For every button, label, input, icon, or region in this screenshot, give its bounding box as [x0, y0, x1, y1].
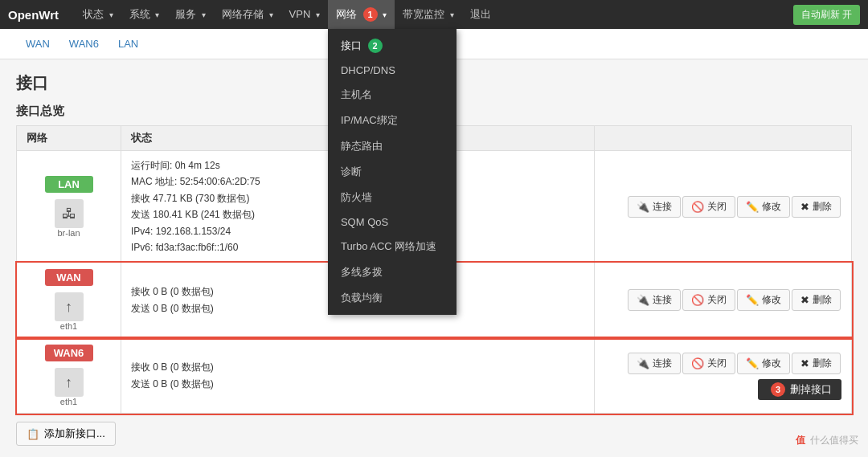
interface-badge: WAN6	[45, 345, 93, 361]
stop-button[interactable]: 🚫关闭	[682, 196, 735, 218]
tab-lan[interactable]: LAN	[108, 29, 148, 59]
interface-icon: ↑eth1	[27, 289, 111, 331]
device-icon: ↑	[55, 292, 84, 321]
service-arrow: ▾	[202, 10, 206, 19]
menu-sqm[interactable]: SQM QoS	[328, 210, 457, 234]
interface-name-cell: LAN🖧br-lan	[17, 151, 121, 263]
device-icon: ↑	[55, 368, 84, 397]
connect-button[interactable]: 🔌连接	[628, 289, 681, 311]
menu-firewall[interactable]: 防火墙	[328, 185, 457, 210]
edit-label: 修改	[762, 293, 781, 307]
tab-wan[interactable]: WAN	[16, 29, 59, 59]
interface-action-cell: 🔌连接🚫关闭✏️修改✖删除	[595, 151, 852, 263]
table-row: WAN6↑eth1接收 0 B (0 数据包)发送 0 B (0 数据包)🔌连接…	[17, 338, 852, 414]
interface-action-cell: 🔌连接🚫关闭✏️修改✖删除	[595, 263, 852, 338]
watermark-text: 什么值得买	[810, 434, 858, 447]
menu-loadbalance[interactable]: 负载均衡	[328, 285, 457, 311]
connect-icon: 🔌	[637, 294, 649, 306]
menu-turbo[interactable]: Turbo ACC 网络加速	[328, 234, 457, 259]
stop-button[interactable]: 🚫关闭	[682, 289, 735, 311]
nav-network-dropdown[interactable]: 网络 1 ▾ 接口 2 DHCP/DNS 主机名 IP/MAC绑定 静态路由 诊…	[328, 0, 395, 29]
device-name: eth1	[60, 397, 77, 406]
interface-name-cell: WAN↑eth1	[17, 263, 121, 338]
nav-service[interactable]: 服务 ▾	[167, 0, 214, 29]
delete-tooltip: 3删掉接口	[758, 379, 841, 400]
tab-wan6[interactable]: WAN6	[59, 29, 108, 59]
interface-action-cell: 🔌连接🚫关闭✏️修改✖删除3删掉接口	[595, 338, 852, 414]
watermark-logo: 值	[796, 434, 805, 447]
interface-badge: 2	[368, 39, 383, 53]
menu-diag[interactable]: 诊断	[328, 159, 457, 185]
network-arrow: ▾	[383, 10, 387, 19]
nav-vpn[interactable]: VPN ▾	[281, 0, 328, 29]
menu-multiline[interactable]: 多线多拨	[328, 259, 457, 285]
nav-network[interactable]: 网络 1 ▾	[328, 0, 395, 29]
col-network: 网络	[17, 126, 121, 151]
stop-icon: 🚫	[691, 294, 704, 306]
delete-button[interactable]: ✖删除	[792, 196, 841, 218]
connect-label: 连接	[653, 293, 672, 307]
edit-icon: ✏️	[746, 294, 759, 306]
network-badge: 1	[363, 7, 378, 22]
interface-badge: WAN	[45, 269, 93, 286]
navbar: OpenWrt 状态 ▾ 系统 ▾ 服务 ▾ 网络存储 ▾ VPN ▾ 网络 1…	[0, 0, 868, 29]
vpn-arrow: ▾	[316, 10, 320, 19]
nav-bandwidth[interactable]: 带宽监控 ▾	[395, 0, 462, 29]
interface-name-cell: WAN6↑eth1	[17, 338, 121, 414]
edit-label: 修改	[762, 200, 781, 214]
edit-button[interactable]: ✏️修改	[737, 289, 790, 311]
nav-logout[interactable]: 退出	[462, 0, 499, 29]
device-icon: 🖧	[55, 199, 84, 228]
connect-label: 连接	[653, 357, 672, 370]
connect-icon: 🔌	[637, 357, 649, 369]
storage-arrow: ▾	[269, 10, 273, 19]
add-interface-label: 添加新接口...	[44, 426, 105, 441]
delete-button[interactable]: ✖删除	[792, 353, 841, 374]
interface-icon: 🖧br-lan	[27, 196, 111, 238]
add-icon: 📋	[27, 428, 39, 440]
delete-label: 删除	[813, 293, 832, 307]
interface-icon: ↑eth1	[27, 365, 111, 406]
delete-button[interactable]: ✖删除	[792, 289, 841, 311]
interface-status-text: 接收 0 B (0 数据包)发送 0 B (0 数据包)	[131, 359, 584, 392]
stop-icon: 🚫	[691, 357, 704, 369]
connect-button[interactable]: 🔌连接	[628, 196, 681, 218]
edit-icon: ✏️	[746, 201, 759, 213]
connect-button[interactable]: 🔌连接	[628, 353, 681, 374]
delete-label: 删除	[813, 357, 832, 370]
connect-label: 连接	[653, 200, 672, 214]
delete-icon: ✖	[800, 357, 809, 369]
bandwidth-arrow: ▾	[450, 10, 454, 19]
menu-hostname[interactable]: 主机名	[328, 82, 457, 108]
add-interface-button[interactable]: 📋 添加新接口...	[16, 422, 116, 446]
stop-label: 关闭	[707, 293, 727, 307]
menu-staticroute[interactable]: 静态路由	[328, 133, 457, 159]
delete-tooltip-text: 删掉接口	[790, 382, 832, 397]
network-dropdown-menu: 接口 2 DHCP/DNS 主机名 IP/MAC绑定 静态路由 诊断 防火墙 S…	[328, 29, 457, 315]
stop-icon: 🚫	[691, 201, 704, 213]
navbar-right: 自动刷新 开	[793, 5, 860, 25]
menu-interface[interactable]: 接口 2	[328, 33, 457, 59]
auto-refresh-button[interactable]: 自动刷新 开	[793, 5, 860, 25]
nav-system[interactable]: 系统 ▾	[121, 0, 168, 29]
stop-label: 关闭	[707, 357, 727, 370]
menu-ipmac[interactable]: IP/MAC绑定	[328, 108, 457, 133]
nav-storage[interactable]: 网络存储 ▾	[214, 0, 281, 29]
stop-label: 关闭	[707, 200, 727, 214]
nav-status[interactable]: 状态 ▾	[75, 0, 121, 29]
device-name: br-lan	[57, 228, 80, 238]
status-line: 发送 0 B (0 数据包)	[131, 376, 584, 392]
delete-icon: ✖	[800, 294, 809, 306]
edit-button[interactable]: ✏️修改	[737, 196, 790, 218]
interface-status-cell: 接收 0 B (0 数据包)发送 0 B (0 数据包)	[121, 338, 595, 414]
watermark: 值 什么值得买	[796, 434, 858, 447]
delete-label: 删除	[813, 200, 832, 214]
stop-button[interactable]: 🚫关闭	[682, 353, 735, 374]
edit-icon: ✏️	[746, 357, 759, 369]
edit-button[interactable]: ✏️修改	[737, 353, 790, 374]
status-line: 接收 0 B (0 数据包)	[131, 359, 584, 375]
edit-label: 修改	[762, 357, 781, 370]
menu-dhcp[interactable]: DHCP/DNS	[328, 59, 457, 82]
status-arrow: ▾	[109, 10, 113, 19]
system-arrow: ▾	[155, 10, 159, 19]
